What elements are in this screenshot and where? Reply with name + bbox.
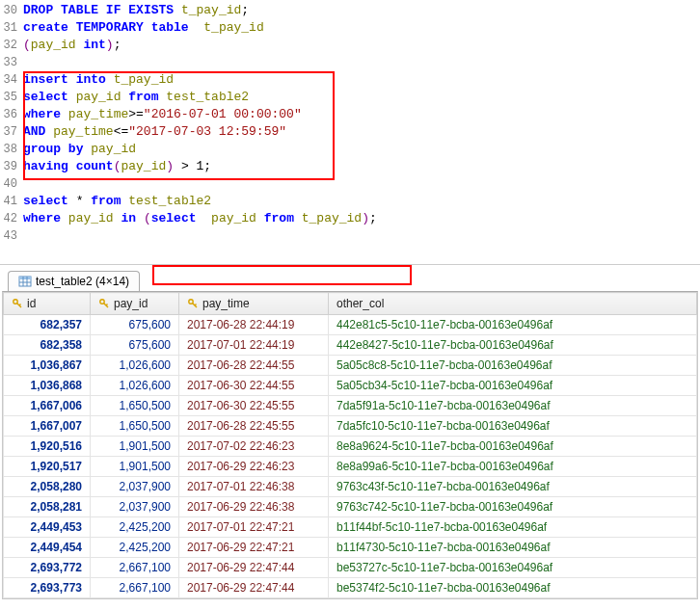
cell-pay-id[interactable]: 675,600: [91, 335, 179, 356]
cell-other-col[interactable]: 5a05cb34-5c10-11e7-bcba-00163e0496af: [329, 376, 697, 396]
column-header[interactable]: other_col: [329, 293, 697, 315]
table-row[interactable]: 2,058,2812,037,9002017-06-29 22:46:38976…: [4, 497, 697, 517]
cell-id[interactable]: 2,449,454: [4, 538, 91, 558]
cell-pay-time[interactable]: 2017-06-29 22:47:44: [179, 558, 329, 578]
code-content[interactable]: having count(pay_id) > 1;: [21, 158, 700, 175]
code-content[interactable]: create TEMPORARY table t_pay_id: [21, 19, 700, 37]
cell-pay-id[interactable]: 2,037,900: [91, 497, 179, 517]
cell-other-col[interactable]: 9763c742-5c10-11e7-bcba-00163e0496af: [329, 497, 697, 517]
table-row[interactable]: 2,449,4542,425,2002017-06-29 22:47:21b11…: [4, 538, 697, 558]
code-content[interactable]: select * from test_table2: [21, 193, 700, 210]
code-line[interactable]: 37AND pay_time<="2017-07-03 12:59:59": [0, 123, 700, 141]
cell-pay-id[interactable]: 1,026,600: [91, 376, 179, 396]
column-header[interactable]: pay_time: [179, 293, 329, 315]
cell-pay-time[interactable]: 2017-07-01 22:46:38: [179, 477, 329, 497]
cell-other-col[interactable]: 442e8427-5c10-11e7-bcba-00163e0496af: [329, 335, 697, 356]
code-content[interactable]: [21, 54, 700, 71]
cell-other-col[interactable]: 8e8a9624-5c10-11e7-bcba-00163e0496af: [329, 437, 697, 457]
cell-other-col[interactable]: b11f4730-5c10-11e7-bcba-00163e0496af: [329, 538, 697, 558]
code-line[interactable]: 42where pay_id in (select pay_id from t_…: [0, 210, 700, 227]
cell-pay-id[interactable]: 1,901,500: [91, 457, 179, 477]
cell-id[interactable]: 1,920,517: [4, 457, 91, 477]
code-content[interactable]: DROP TABLE IF EXISTS t_pay_id;: [21, 2, 700, 19]
cell-pay-time[interactable]: 2017-07-01 22:44:19: [179, 335, 329, 356]
code-content[interactable]: (pay_id int);: [21, 37, 700, 54]
table-row[interactable]: 1,920,5161,901,5002017-07-02 22:46:238e8…: [4, 437, 697, 457]
code-line[interactable]: 36where pay_time>="2016-07-01 00:00:00": [0, 106, 700, 123]
cell-pay-time[interactable]: 2017-06-28 22:44:19: [179, 315, 329, 335]
cell-pay-time[interactable]: 2017-06-30 22:45:55: [179, 396, 329, 416]
table-row[interactable]: 2,693,7722,667,1002017-06-29 22:47:44be5…: [4, 558, 697, 578]
cell-id[interactable]: 682,358: [4, 335, 91, 356]
cell-id[interactable]: 1,667,006: [4, 396, 91, 416]
table-row[interactable]: 682,358675,6002017-07-01 22:44:19442e842…: [4, 335, 697, 356]
cell-pay-id[interactable]: 1,901,500: [91, 437, 179, 457]
cell-id[interactable]: 682,357: [4, 315, 91, 335]
table-row[interactable]: 1,667,0061,650,5002017-06-30 22:45:557da…: [4, 396, 697, 416]
code-content[interactable]: [21, 175, 700, 193]
column-header[interactable]: pay_id: [91, 293, 179, 315]
cell-id[interactable]: 1,036,868: [4, 376, 91, 396]
code-content[interactable]: where pay_id in (select pay_id from t_pa…: [21, 210, 700, 227]
cell-id[interactable]: 2,449,453: [4, 517, 91, 538]
table-row[interactable]: 682,357675,6002017-06-28 22:44:19442e81c…: [4, 315, 697, 335]
code-content[interactable]: [21, 227, 700, 245]
code-line[interactable]: 33: [0, 54, 700, 71]
cell-other-col[interactable]: 7da5f91a-5c10-11e7-bcba-00163e0496af: [329, 396, 697, 416]
cell-pay-time[interactable]: 2017-06-28 22:44:55: [179, 356, 329, 376]
cell-id[interactable]: 1,667,007: [4, 416, 91, 437]
cell-pay-time[interactable]: 2017-06-29 22:47:44: [179, 578, 329, 598]
table-row[interactable]: 1,667,0071,650,5002017-06-28 22:45:557da…: [4, 416, 697, 437]
cell-pay-id[interactable]: 2,037,900: [91, 477, 179, 497]
code-line[interactable]: 40: [0, 175, 700, 193]
results-tab[interactable]: test_table2 (4×14): [8, 271, 140, 291]
cell-other-col[interactable]: 5a05c8c8-5c10-11e7-bcba-00163e0496af: [329, 356, 697, 376]
cell-id[interactable]: 2,058,280: [4, 477, 91, 497]
cell-pay-time[interactable]: 2017-06-28 22:45:55: [179, 416, 329, 437]
cell-pay-id[interactable]: 1,650,500: [91, 396, 179, 416]
cell-pay-time[interactable]: 2017-06-29 22:47:21: [179, 538, 329, 558]
code-line[interactable]: 32(pay_id int);: [0, 37, 700, 54]
code-content[interactable]: select pay_id from test_table2: [21, 89, 700, 106]
code-content[interactable]: insert into t_pay_id: [21, 71, 700, 89]
results-grid[interactable]: idpay_idpay_timeother_col 682,357675,600…: [2, 291, 698, 599]
code-content[interactable]: AND pay_time<="2017-07-03 12:59:59": [21, 123, 700, 141]
cell-pay-time[interactable]: 2017-07-01 22:47:21: [179, 517, 329, 538]
column-header[interactable]: id: [4, 293, 91, 315]
cell-pay-id[interactable]: 2,425,200: [91, 538, 179, 558]
code-line[interactable]: 34insert into t_pay_id: [0, 71, 700, 89]
cell-id[interactable]: 1,036,867: [4, 356, 91, 376]
code-line[interactable]: 31create TEMPORARY table t_pay_id: [0, 19, 700, 37]
code-content[interactable]: group by pay_id: [21, 141, 700, 158]
cell-pay-id[interactable]: 2,667,100: [91, 578, 179, 598]
cell-id[interactable]: 1,920,516: [4, 437, 91, 457]
cell-id[interactable]: 2,693,772: [4, 558, 91, 578]
cell-pay-id[interactable]: 2,425,200: [91, 517, 179, 538]
cell-pay-time[interactable]: 2017-06-29 22:46:38: [179, 497, 329, 517]
code-line[interactable]: 30DROP TABLE IF EXISTS t_pay_id;: [0, 2, 700, 19]
code-line[interactable]: 38group by pay_id: [0, 141, 700, 158]
cell-other-col[interactable]: 7da5fc10-5c10-11e7-bcba-00163e0496af: [329, 416, 697, 437]
cell-other-col[interactable]: 442e81c5-5c10-11e7-bcba-00163e0496af: [329, 315, 697, 335]
cell-id[interactable]: 2,058,281: [4, 497, 91, 517]
cell-pay-id[interactable]: 675,600: [91, 315, 179, 335]
cell-pay-time[interactable]: 2017-06-29 22:46:23: [179, 457, 329, 477]
cell-other-col[interactable]: 8e8a99a6-5c10-11e7-bcba-00163e0496af: [329, 457, 697, 477]
code-line[interactable]: 35select pay_id from test_table2: [0, 89, 700, 106]
table-row[interactable]: 2,693,7732,667,1002017-06-29 22:47:44be5…: [4, 578, 697, 598]
cell-other-col[interactable]: b11f44bf-5c10-11e7-bcba-00163e0496af: [329, 517, 697, 538]
cell-id[interactable]: 2,693,773: [4, 578, 91, 598]
cell-pay-id[interactable]: 2,667,100: [91, 558, 179, 578]
cell-pay-time[interactable]: 2017-06-30 22:44:55: [179, 376, 329, 396]
code-line[interactable]: 41select * from test_table2: [0, 193, 700, 210]
table-row[interactable]: 1,920,5171,901,5002017-06-29 22:46:238e8…: [4, 457, 697, 477]
table-row[interactable]: 1,036,8671,026,6002017-06-28 22:44:555a0…: [4, 356, 697, 376]
cell-other-col[interactable]: 9763c43f-5c10-11e7-bcba-00163e0496af: [329, 477, 697, 497]
table-row[interactable]: 1,036,8681,026,6002017-06-30 22:44:555a0…: [4, 376, 697, 396]
table-row[interactable]: 2,449,4532,425,2002017-07-01 22:47:21b11…: [4, 517, 697, 538]
cell-other-col[interactable]: be5374f2-5c10-11e7-bcba-00163e0496af: [329, 578, 697, 598]
cell-pay-id[interactable]: 1,650,500: [91, 416, 179, 437]
cell-other-col[interactable]: be53727c-5c10-11e7-bcba-00163e0496af: [329, 558, 697, 578]
cell-pay-time[interactable]: 2017-07-02 22:46:23: [179, 437, 329, 457]
code-line[interactable]: 43: [0, 227, 700, 245]
